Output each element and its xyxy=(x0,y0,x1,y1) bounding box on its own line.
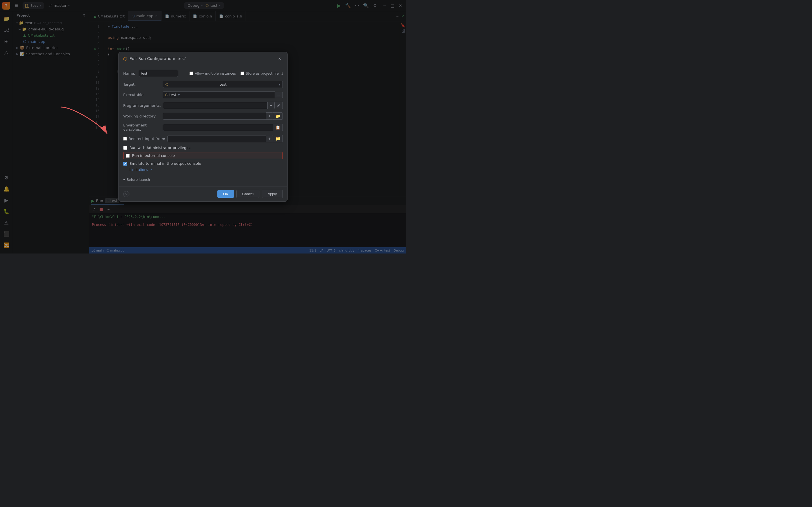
target-select-wrapper: ⬡ test ▾ xyxy=(163,81,283,88)
target-field: ⬡ test ▾ xyxy=(163,81,283,88)
working-dir-browse-button[interactable]: 📁 xyxy=(273,112,283,120)
executable-row: Executable: ⬡ test ▾ … xyxy=(123,91,283,98)
program-args-expand-button[interactable]: ⤢ xyxy=(274,102,283,109)
working-dir-wrapper: + 📁 xyxy=(163,112,283,120)
program-args-label: Program arguments: xyxy=(123,103,163,108)
apply-button[interactable]: Apply xyxy=(262,190,283,198)
store-as-project-label[interactable]: Store as project file ℹ xyxy=(241,71,283,75)
name-input[interactable] xyxy=(139,70,178,77)
env-vars-wrapper: 📋 xyxy=(163,124,283,131)
modal-titlebar: ⬡ Edit Run Configuration: 'test' ✕ xyxy=(119,52,287,65)
env-vars-label: Environment variables: xyxy=(123,123,163,131)
run-external-checkbox[interactable] xyxy=(126,154,130,158)
working-dir-row: Working directory: + 📁 xyxy=(123,112,283,120)
store-as-project-checkbox[interactable] xyxy=(241,71,244,75)
run-external-row: Run in external console xyxy=(123,152,283,159)
executable-value: test xyxy=(169,93,176,97)
program-args-field: + ⤢ xyxy=(163,102,283,109)
target-row: Target: ⬡ test ▾ xyxy=(123,81,283,88)
before-launch-arrow: ▾ xyxy=(123,178,125,182)
program-args-input[interactable] xyxy=(163,102,267,109)
modal-overlay: ⬡ Edit Run Configuration: 'test' ✕ Name:… xyxy=(0,0,406,253)
modal-top-row: Name: Allow multiple instances Store as … xyxy=(123,70,283,77)
redirect-wrapper: Redirect input from: + 📁 xyxy=(123,135,283,142)
arrow-annotation xyxy=(52,104,114,141)
before-launch-header[interactable]: ▾ Before launch xyxy=(123,178,283,182)
run-admin-checkbox[interactable] xyxy=(123,146,127,150)
modal-footer: ? OK Cancel Apply xyxy=(119,186,287,202)
executable-input-wrapper: ⬡ test ▾ … xyxy=(163,91,283,98)
name-section: Name: xyxy=(123,70,178,77)
modal-checkboxes-top: Allow multiple instances Store as projec… xyxy=(190,71,283,75)
allow-multiple-label[interactable]: Allow multiple instances xyxy=(190,71,236,75)
executable-browse-button[interactable]: … xyxy=(275,92,283,98)
executable-label: Executable: xyxy=(123,93,163,97)
info-icon: ℹ xyxy=(282,71,283,75)
working-dir-add-button[interactable]: + xyxy=(266,112,273,120)
emulate-terminal-checkbox[interactable] xyxy=(123,162,127,166)
redirect-browse-button[interactable]: 📁 xyxy=(273,135,283,142)
working-dir-input[interactable] xyxy=(163,113,266,120)
allow-multiple-checkbox[interactable] xyxy=(190,71,193,75)
executable-chevron: ▾ xyxy=(178,93,180,97)
run-admin-row: Run with Administrator privileges xyxy=(123,146,283,150)
modal-title-text: Edit Run Configuration: 'test' xyxy=(130,56,186,61)
env-vars-row: Environment variables: 📋 xyxy=(123,123,283,131)
modal-close-button[interactable]: ✕ xyxy=(276,55,283,62)
working-dir-label: Working directory: xyxy=(123,114,163,118)
help-button[interactable]: ? xyxy=(123,191,130,197)
modal-title: ⬡ Edit Run Configuration: 'test' xyxy=(123,56,186,61)
modal-body: Name: Allow multiple instances Store as … xyxy=(119,65,287,186)
target-select[interactable]: ⬡ test ▾ xyxy=(163,81,283,88)
emulate-terminal-row: Emulate terminal in the output console xyxy=(123,161,283,166)
executable-field: ⬡ test ▾ … xyxy=(163,91,283,98)
name-label: Name: xyxy=(123,71,135,75)
program-args-row: Program arguments: + ⤢ xyxy=(123,102,283,109)
config-icon: ⬡ xyxy=(123,56,127,61)
run-admin-option[interactable]: Run with Administrator privileges xyxy=(123,146,283,150)
edit-run-config-modal: ⬡ Edit Run Configuration: 'test' ✕ Name:… xyxy=(118,52,288,202)
env-vars-field: 📋 xyxy=(163,124,283,131)
limitations-link[interactable]: Limitations ↗ xyxy=(130,168,283,172)
redirect-checkbox[interactable] xyxy=(123,137,127,140)
target-label: Target: xyxy=(123,82,163,87)
redirect-add-button[interactable]: + xyxy=(266,135,273,142)
env-vars-input[interactable] xyxy=(163,124,273,131)
env-vars-edit-button[interactable]: 📋 xyxy=(273,124,283,131)
emulate-terminal-option[interactable]: Emulate terminal in the output console xyxy=(123,161,283,166)
ok-button[interactable]: OK xyxy=(217,190,234,198)
redirect-input[interactable] xyxy=(167,135,266,142)
program-args-add-button[interactable]: + xyxy=(267,102,274,109)
cancel-button[interactable]: Cancel xyxy=(236,190,259,198)
before-launch-section: ▾ Before launch xyxy=(123,174,283,182)
program-args-wrapper: + ⤢ xyxy=(163,102,283,109)
redirect-label[interactable]: Redirect input from: xyxy=(123,136,165,141)
target-select-icon: ⬡ xyxy=(165,82,168,87)
working-dir-field: + 📁 xyxy=(163,112,283,120)
redirect-row: Redirect input from: + 📁 xyxy=(123,135,283,142)
target-chevron: ▾ xyxy=(278,82,280,87)
executable-icon: ⬡ xyxy=(165,93,168,97)
executable-select[interactable]: ⬡ test ▾ xyxy=(163,91,275,98)
redirect-input-wrapper: + 📁 xyxy=(167,135,283,142)
target-value: test xyxy=(220,82,227,87)
run-external-option[interactable]: Run in external console xyxy=(123,152,283,159)
